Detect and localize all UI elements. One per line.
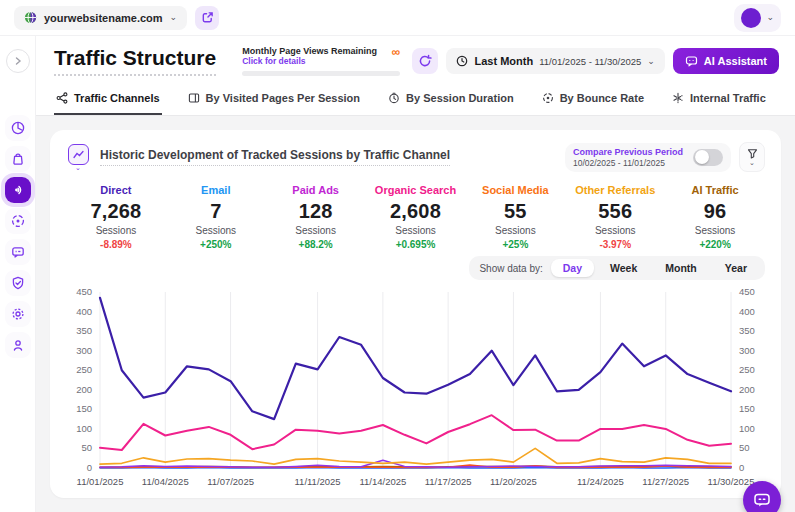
svg-text:400: 400 (76, 306, 92, 317)
channel-stat-organic-search[interactable]: Organic Search2,608Sessions+0.695% (366, 184, 466, 250)
tab-traffic-channels[interactable]: Traffic Channels (54, 84, 162, 115)
svg-text:50: 50 (739, 442, 750, 453)
tab-bounce-rate[interactable]: By Bounce Rate (540, 84, 646, 115)
traffic-signal-icon (10, 182, 26, 198)
svg-text:100: 100 (76, 423, 92, 434)
chat-bubble-icon (10, 244, 26, 260)
channel-name: Other Referrals (565, 184, 665, 196)
sidebar-item-traffic[interactable] (5, 177, 31, 203)
channel-change: +250% (166, 239, 266, 250)
channel-change: +220% (665, 239, 765, 250)
sidebar-item-goals[interactable] (5, 208, 31, 234)
channel-unit: Sessions (266, 225, 366, 236)
channel-change: +88.2% (266, 239, 366, 250)
svg-text:350: 350 (76, 325, 92, 336)
svg-text:11/14/2025: 11/14/2025 (359, 476, 406, 487)
sidebar (0, 36, 36, 512)
share-nodes-icon (56, 92, 68, 104)
tab-visited-pages[interactable]: By Visited Pages Per Session (186, 84, 362, 115)
channel-name: Organic Search (366, 184, 466, 196)
tab-label: Traffic Channels (74, 92, 160, 104)
tab-session-duration[interactable]: By Session Duration (386, 84, 516, 115)
sidebar-item-feedback[interactable] (5, 239, 31, 265)
pageviews-quota: Monthly Page Views Remaining Click for d… (242, 46, 400, 76)
channel-stat-direct[interactable]: Direct7,268Sessions-8.89% (66, 184, 166, 250)
series-direct (100, 298, 731, 419)
granularity-option-year[interactable]: Year (713, 259, 759, 277)
granularity-option-month[interactable]: Month (653, 259, 709, 277)
infinity-icon: ∞ (392, 46, 401, 58)
support-chat-button[interactable] (743, 481, 781, 512)
date-preset: Last Month (474, 55, 533, 67)
channel-value: 7,268 (66, 200, 166, 223)
granularity-option-week[interactable]: Week (598, 259, 649, 277)
clock-icon (456, 55, 468, 67)
svg-text:100: 100 (739, 423, 755, 434)
filter-funnel-icon (747, 148, 758, 159)
channel-stat-ai-traffic[interactable]: AI Traffic96Sessions+220% (665, 184, 765, 250)
chart-wrap: 11/01/202511/04/202511/07/202511/11/2025… (66, 286, 765, 496)
channel-stat-email[interactable]: Email7Sessions+250% (166, 184, 266, 250)
user-menu[interactable]: ⌄ (734, 4, 781, 32)
tab-internal-traffic[interactable]: Internal Traffic (670, 84, 768, 115)
sidebar-collapse-button[interactable] (6, 49, 30, 73)
page-header: Traffic Structure Monthly Page Views Rem… (36, 36, 795, 84)
svg-text:200: 200 (76, 384, 92, 395)
site-favicon-icon (24, 11, 37, 24)
channel-stat-other-referrals[interactable]: Other Referrals556Sessions-3.97% (565, 184, 665, 250)
refresh-icon (418, 54, 432, 68)
sidebar-item-privacy[interactable] (5, 270, 31, 296)
svg-text:250: 250 (739, 364, 755, 375)
open-website-button[interactable] (195, 6, 219, 30)
channel-stat-social-media[interactable]: Social Media55Sessions+25% (465, 184, 565, 250)
ai-assistant-label: AI Assistant (704, 55, 767, 67)
channel-unit: Sessions (465, 225, 565, 236)
card-title: Historic Development of Tracked Sessions… (100, 148, 450, 166)
channel-stat-paid-ads[interactable]: Paid Ads128Sessions+88.2% (266, 184, 366, 250)
chart-type-selector[interactable]: ⌄ (66, 144, 90, 171)
website-name: yourwebsitename.com (44, 12, 163, 24)
svg-text:0: 0 (739, 462, 744, 473)
chat-robot-icon (753, 492, 771, 508)
filter-button[interactable]: ⌄ (739, 142, 765, 172)
ai-chat-icon (685, 55, 698, 67)
refresh-button[interactable] (412, 48, 438, 74)
compare-label: Compare Previous Period (573, 147, 683, 157)
tab-label: By Session Duration (406, 92, 514, 104)
svg-text:11/27/2025: 11/27/2025 (642, 476, 689, 487)
svg-text:300: 300 (739, 345, 755, 356)
sidebar-item-account[interactable] (5, 332, 31, 358)
user-icon (10, 337, 26, 353)
channel-name: Direct (66, 184, 166, 196)
external-link-icon (201, 11, 214, 24)
svg-text:200: 200 (739, 384, 755, 395)
sidebar-item-ecommerce[interactable] (5, 146, 31, 172)
chevron-down-icon: ⌄ (75, 164, 81, 171)
channel-unit: Sessions (366, 225, 466, 236)
granularity-label: Show data by: (475, 263, 542, 274)
channel-change: +25% (465, 239, 565, 250)
svg-text:11/11/2025: 11/11/2025 (295, 476, 341, 487)
ai-assistant-button[interactable]: AI Assistant (673, 48, 779, 74)
svg-text:150: 150 (76, 403, 92, 414)
channel-stats-row: Direct7,268Sessions-8.89%Email7Sessions+… (66, 184, 765, 250)
page-title: Traffic Structure (54, 46, 216, 76)
compare-range: 10/02/2025 - 11/01/2025 (573, 158, 683, 168)
svg-text:11/20/2025: 11/20/2025 (490, 476, 537, 487)
shield-check-icon (10, 275, 26, 291)
stopwatch-icon (388, 92, 400, 104)
series-organic-search (100, 415, 731, 450)
sidebar-item-dashboard[interactable] (5, 115, 31, 141)
quota-details-link[interactable]: Click for details (242, 56, 377, 66)
channel-unit: Sessions (565, 225, 665, 236)
chevron-down-icon: ⌄ (647, 57, 655, 66)
website-selector[interactable]: yourwebsitename.com ⌄ (14, 6, 187, 30)
avatar (741, 8, 761, 28)
sidebar-item-settings[interactable] (5, 301, 31, 327)
channel-unit: Sessions (66, 225, 166, 236)
compare-toggle[interactable] (693, 149, 723, 166)
date-range-picker[interactable]: Last Month 11/01/2025 - 11/30/2025 ⌄ (446, 48, 664, 74)
svg-text:11/30/2025: 11/30/2025 (708, 476, 755, 487)
granularity-option-day[interactable]: Day (551, 259, 594, 277)
svg-text:11/07/2025: 11/07/2025 (207, 476, 254, 487)
